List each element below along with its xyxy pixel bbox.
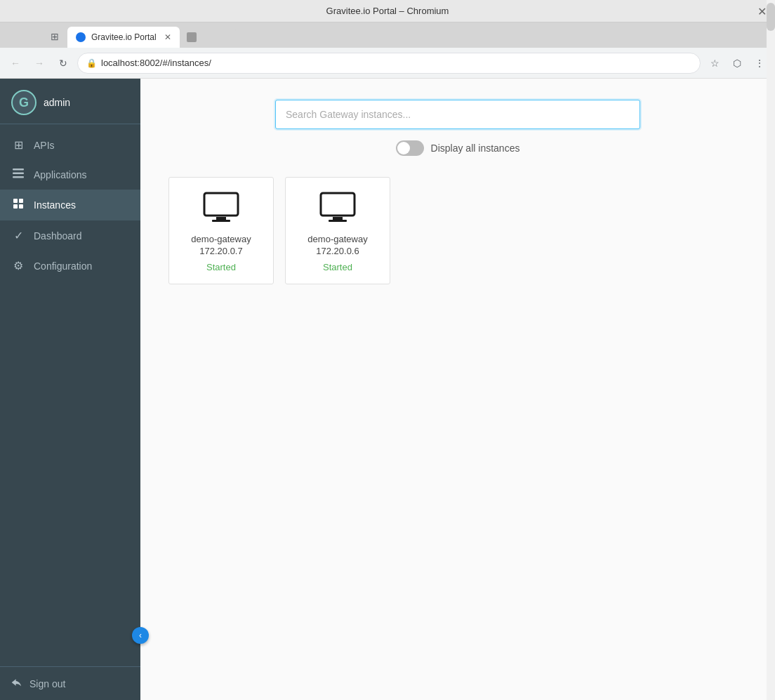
tab-close-button[interactable]: ✕	[164, 32, 171, 42]
svg-rect-11	[333, 217, 343, 220]
browser-toolbar: ← → ↻ 🔒 localhost:8002/#/instances/ ☆ ⬡ …	[0, 48, 775, 79]
instance-ip-0: 172.20.0.7	[199, 246, 242, 256]
instance-status-0: Started	[206, 262, 236, 272]
search-container: Display all instances	[168, 100, 747, 156]
dashboard-icon: ✓	[11, 229, 25, 242]
lock-icon: 🔒	[86, 58, 97, 68]
other-tab-favicon	[187, 32, 197, 42]
logo-icon: G	[11, 90, 37, 115]
svg-rect-3	[13, 199, 18, 203]
sidebar-collapse-button[interactable]: ‹	[132, 627, 149, 644]
svg-rect-5	[13, 204, 18, 209]
sidebar-logo: G admin	[0, 79, 140, 124]
svg-rect-7	[204, 193, 238, 216]
sidebar-item-label-apis: APIs	[34, 140, 55, 151]
sidebar-item-applications[interactable]: Applications	[0, 160, 140, 190]
toggle-label: Display all instances	[431, 143, 520, 154]
svg-rect-1	[13, 173, 24, 175]
app-container: G admin ⊞ APIs Applications	[0, 79, 775, 700]
svg-rect-12	[329, 220, 347, 222]
toolbar-actions: ☆ ⬡ ⋮	[705, 53, 769, 73]
collapse-icon: ‹	[139, 630, 142, 640]
sidebar-item-dashboard[interactable]: ✓ Dashboard	[0, 220, 140, 251]
sidebar-item-label-dashboard: Dashboard	[34, 230, 82, 242]
sidebar-item-label-configuration: Configuration	[34, 260, 92, 272]
monitor-icon-0	[203, 192, 239, 225]
svg-rect-4	[19, 199, 23, 203]
forward-button[interactable]: →	[29, 53, 49, 73]
scrollbar[interactable]	[767, 79, 775, 700]
bookmark-button[interactable]: ☆	[705, 53, 724, 73]
instance-ip-1: 172.20.0.6	[316, 246, 359, 256]
instances-icon	[11, 198, 25, 212]
address-bar[interactable]: 🔒 localhost:8002/#/instances/	[77, 53, 701, 74]
instances-grid: demo-gateway 172.20.0.7 Started demo-gat…	[168, 177, 747, 284]
sidebar-item-configuration[interactable]: ⚙ Configuration	[0, 251, 140, 281]
browser-title-bar: Gravitee.io Portal – Chromium ✕	[0, 0, 775, 22]
active-tab[interactable]: Gravitee.io Portal ✕	[67, 27, 180, 48]
browser-title: Gravitee.io Portal – Chromium	[326, 6, 449, 16]
sidebar-item-label-applications: Applications	[34, 169, 87, 180]
applications-icon	[11, 169, 25, 181]
sidebar-item-apis[interactable]: ⊞ APIs	[0, 130, 140, 160]
sidebar-nav: ⊞ APIs Applications	[0, 124, 140, 666]
sidebar-item-instances[interactable]: Instances	[0, 190, 140, 220]
other-tab[interactable]	[180, 27, 236, 48]
main-content: Display all instances demo-gateway 172.2…	[140, 79, 775, 700]
svg-rect-9	[212, 220, 230, 222]
browser-close-button[interactable]: ✕	[757, 4, 767, 18]
instance-name-0: demo-gateway	[191, 234, 251, 244]
instance-status-1: Started	[323, 262, 352, 272]
cast-button[interactable]: ⬡	[727, 53, 747, 73]
instance-card-0[interactable]: demo-gateway 172.20.0.7 Started	[168, 177, 274, 284]
tab-label: Gravitee.io Portal	[91, 32, 157, 42]
svg-rect-0	[13, 169, 24, 171]
toggle-container: Display all instances	[396, 140, 520, 156]
signout-button[interactable]: Sign out	[0, 666, 140, 700]
url-text: localhost:8002/#/instances/	[101, 58, 211, 68]
toggle-slider	[396, 140, 424, 156]
username-label: admin	[44, 97, 70, 108]
svg-rect-6	[19, 204, 23, 209]
svg-rect-10	[321, 193, 355, 216]
svg-rect-8	[216, 217, 226, 220]
back-button[interactable]: ←	[6, 53, 25, 73]
signout-icon	[11, 677, 22, 690]
search-input[interactable]	[275, 100, 640, 129]
reload-button[interactable]: ↻	[53, 53, 73, 73]
signout-label: Sign out	[29, 678, 65, 689]
svg-rect-2	[13, 176, 24, 178]
browser-grid-icon[interactable]: ⊞	[48, 29, 62, 44]
apis-icon: ⊞	[11, 138, 25, 152]
instance-name-1: demo-gateway	[307, 234, 367, 244]
sidebar-item-label-instances: Instances	[34, 199, 76, 211]
display-all-toggle[interactable]	[396, 140, 424, 156]
browser-tab-bar: ⊞ Gravitee.io Portal ✕	[0, 22, 775, 48]
monitor-icon-1	[319, 192, 356, 225]
sidebar: G admin ⊞ APIs Applications	[0, 79, 140, 700]
instance-card-1[interactable]: demo-gateway 172.20.0.6 Started	[285, 177, 390, 284]
search-input-wrapper	[275, 100, 640, 129]
configuration-icon: ⚙	[11, 259, 25, 272]
tab-favicon	[76, 32, 86, 42]
